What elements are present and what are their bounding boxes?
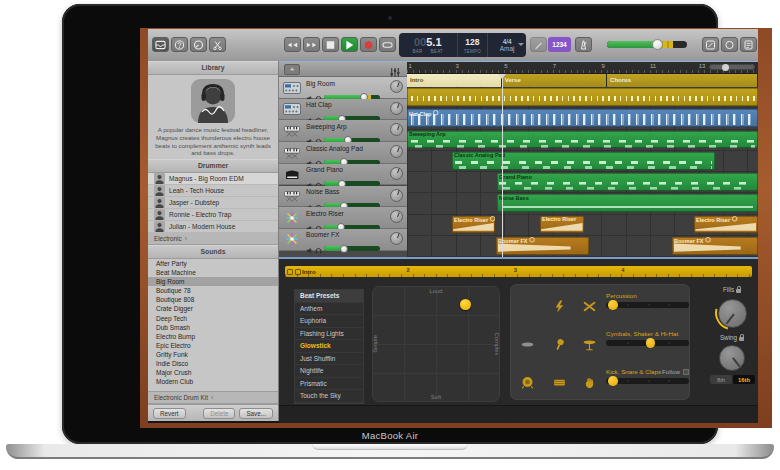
- stop-button[interactable]: [322, 37, 339, 52]
- region-orange[interactable]: Electro Riser: [452, 216, 495, 234]
- beat-preset-item[interactable]: Just Shufflin: [295, 353, 363, 366]
- track-volume-knob[interactable]: [340, 245, 348, 253]
- xy-puck[interactable]: [460, 299, 471, 310]
- track-header-row[interactable]: Classic Analog Pad: [279, 142, 407, 164]
- timeline-zoom-slider[interactable]: [709, 64, 755, 70]
- arrangement-marker[interactable]: Chorus: [607, 74, 758, 87]
- revert-button[interactable]: Revert: [153, 408, 186, 419]
- beat-preset-item[interactable]: Euphoria: [295, 315, 363, 328]
- media-browser-button[interactable]: [721, 37, 738, 52]
- pan-knob[interactable]: [390, 80, 403, 93]
- sound-item[interactable]: Modern Club: [148, 377, 278, 386]
- save-button[interactable]: Save...: [239, 408, 273, 419]
- kit-shaker-button[interactable]: [550, 336, 568, 352]
- drummer-item[interactable]: Leah - Tech House: [148, 185, 278, 197]
- cycle-button[interactable]: [379, 37, 396, 52]
- delete-button[interactable]: Delete: [203, 408, 235, 419]
- track-header-row[interactable]: Grand Piano: [279, 164, 407, 186]
- drummer-item[interactable]: Ronnie - Electro Trap: [148, 209, 278, 221]
- sound-item[interactable]: Dub Smash: [148, 323, 278, 332]
- sound-item[interactable]: Boutique 808: [148, 295, 278, 304]
- region-green[interactable]: Classic Analog Pad: [452, 152, 715, 170]
- sound-item[interactable]: Big Room: [148, 277, 278, 286]
- kit-lightning-button[interactable]: [550, 298, 568, 314]
- beat-preset-item[interactable]: Touch the Sky: [295, 390, 363, 403]
- lcd-display[interactable]: 005.1 BARBEAT 128 TEMPO 4/4 Amaj: [399, 33, 526, 57]
- sound-item[interactable]: Epic Electro: [148, 341, 278, 350]
- sound-item[interactable]: Crate Digger: [148, 304, 278, 313]
- library-button[interactable]: [152, 37, 169, 52]
- master-volume-slider[interactable]: [607, 40, 687, 49]
- volume-knob[interactable]: [652, 39, 663, 50]
- metronome-button[interactable]: [575, 37, 592, 52]
- kit-slider[interactable]: [606, 378, 689, 384]
- rate-8th-button[interactable]: 8th: [710, 375, 732, 384]
- kit-snare-button[interactable]: [550, 374, 568, 390]
- chevron-down-icon[interactable]: [518, 43, 524, 46]
- beat-preset-item[interactable]: Anthem: [295, 303, 363, 316]
- arrangement-marker[interactable]: Intro: [407, 74, 502, 87]
- solo-button[interactable]: [315, 240, 322, 257]
- category-row-electronic[interactable]: Electronic›: [148, 233, 278, 245]
- beat-preset-item[interactable]: Prismatic: [295, 378, 363, 391]
- region-yellow[interactable]: [407, 88, 758, 106]
- rewind-button[interactable]: [284, 37, 301, 52]
- kit-kick-button[interactable]: [518, 374, 536, 390]
- track-header-row[interactable]: Big Room: [279, 77, 407, 99]
- sound-item[interactable]: Deep Tech: [148, 314, 278, 323]
- add-track-button[interactable]: +: [284, 64, 300, 75]
- sound-item[interactable]: After Party: [148, 259, 278, 268]
- kit-slider[interactable]: [606, 340, 689, 346]
- kit-cymbal-button[interactable]: [518, 336, 536, 352]
- pan-knob[interactable]: [390, 167, 403, 180]
- track-header-row[interactable]: Noise Bass: [279, 186, 407, 208]
- track-header-row[interactable]: Electro Riser: [279, 207, 407, 229]
- region-green[interactable]: Noise Bass: [497, 194, 758, 212]
- pan-knob[interactable]: [390, 123, 403, 136]
- kit-claps-button[interactable]: [580, 374, 598, 390]
- kit-sticks-button[interactable]: [580, 298, 598, 314]
- track-header-row[interactable]: Boomer FX: [279, 229, 407, 251]
- pan-knob[interactable]: [390, 210, 403, 223]
- kit-hihat-button[interactable]: [580, 336, 598, 352]
- drummer-item[interactable]: Magnus - Big Room EDM: [148, 173, 278, 185]
- track-header-row[interactable]: Sweeping Arp: [279, 120, 407, 142]
- sound-item[interactable]: Boutique 78: [148, 286, 278, 295]
- notes-button[interactable]: [740, 37, 757, 52]
- beat-preset-item[interactable]: Glowstick: [295, 340, 363, 353]
- kit-row-electronic-drum-kit[interactable]: Electronic Drum Kit›: [148, 391, 278, 404]
- sound-item[interactable]: Major Crush: [148, 368, 278, 377]
- region-green[interactable]: Grand Piano: [497, 173, 758, 191]
- sound-item[interactable]: Beat Machine: [148, 268, 278, 277]
- quick-help-button[interactable]: [171, 37, 188, 52]
- beat-preset-item[interactable]: Nightlife: [295, 365, 363, 378]
- editor-split-divider[interactable]: [279, 257, 758, 259]
- play-button[interactable]: [341, 37, 358, 52]
- kit-slider[interactable]: [606, 302, 689, 308]
- follow-checkbox[interactable]: [683, 369, 689, 375]
- pencil-button[interactable]: [530, 37, 547, 52]
- mute-button[interactable]: [306, 240, 313, 257]
- record-button[interactable]: [360, 37, 377, 52]
- smart-controls-button[interactable]: [190, 37, 207, 52]
- region-orange[interactable]: Electro Riser: [540, 216, 584, 234]
- sound-item[interactable]: Gritty Funk: [148, 350, 278, 359]
- fills-knob[interactable]: [718, 299, 747, 328]
- region-green[interactable]: Sweeping Arp: [407, 131, 758, 149]
- kit-slider-knob[interactable]: [608, 300, 618, 310]
- sound-item[interactable]: Electro Bump: [148, 332, 278, 341]
- rate-16th-button[interactable]: 16th: [733, 375, 755, 384]
- region-orange[interactable]: Boomer FX: [672, 237, 758, 255]
- xy-pad[interactable]: Loud Soft Simple Complex: [372, 286, 500, 402]
- track-header-row[interactable]: Hat Clap: [279, 99, 407, 121]
- playhead-line[interactable]: [502, 74, 503, 257]
- pan-knob[interactable]: [390, 189, 403, 202]
- arrangement-marker[interactable]: Verse: [502, 74, 607, 87]
- loop-browser-button[interactable]: [702, 37, 719, 52]
- editors-button[interactable]: [209, 37, 226, 52]
- kit-slider-knob[interactable]: [646, 338, 656, 348]
- sound-item[interactable]: Indie Disco: [148, 359, 278, 368]
- fast-forward-button[interactable]: [303, 37, 320, 52]
- bar-ruler[interactable]: 13579111315: [407, 62, 758, 74]
- pan-knob[interactable]: [390, 102, 403, 115]
